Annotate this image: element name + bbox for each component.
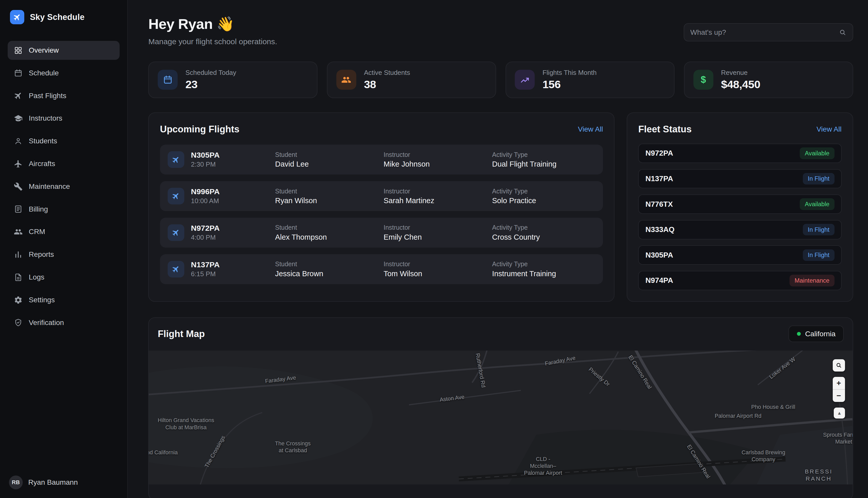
app-logo-plane-icon xyxy=(10,10,24,24)
sidebar-item-label: Overview xyxy=(29,46,59,54)
sidebar-item-label: CRM xyxy=(29,228,45,236)
fleet-view-all-link[interactable]: View All xyxy=(816,125,841,133)
flight-map-title: Flight Map xyxy=(158,329,205,339)
student-name: David Lee xyxy=(275,160,384,168)
fleet-row[interactable]: N305PAIn Flight xyxy=(638,245,841,265)
users-icon xyxy=(336,70,356,90)
zoom-in-button[interactable]: + xyxy=(833,377,845,389)
status-badge: Maintenance xyxy=(790,275,834,286)
sidebar-item-overview[interactable]: Overview xyxy=(8,41,120,60)
sidebar-item-maintenance[interactable]: Maintenance xyxy=(8,177,120,196)
sidebar-item-instructors[interactable]: Instructors xyxy=(8,109,120,128)
activity-label: Activity Type xyxy=(492,187,595,195)
flight-time: 6:15 PM xyxy=(191,270,275,278)
calendar-icon xyxy=(14,69,23,78)
flight-row[interactable]: N137PA6:15 PM StudentJessica Brown Instr… xyxy=(160,254,603,284)
sidebar-item-schedule[interactable]: Schedule xyxy=(8,64,120,82)
gear-icon xyxy=(14,296,23,304)
sidebar-item-logs[interactable]: Logs xyxy=(8,268,120,287)
fleet-row[interactable]: N974PAMaintenance xyxy=(638,271,841,290)
app-root: Sky Schedule Overview Schedule Past Flig… xyxy=(0,0,868,498)
plane-icon xyxy=(168,188,184,205)
search-icon xyxy=(835,362,842,369)
upcoming-flights-title: Upcoming Flights xyxy=(160,124,239,135)
student-label: Student xyxy=(275,260,384,268)
brand: Sky Schedule xyxy=(8,10,120,24)
map-search-button[interactable] xyxy=(833,359,845,371)
activity-type: Instrument Training xyxy=(492,270,595,278)
sidebar-item-aircrafts[interactable]: Aircrafts xyxy=(8,154,120,173)
user-profile[interactable]: RB Ryan Baumann xyxy=(9,475,78,489)
map-label: CLD - Mcclellan– Palomar Airport xyxy=(510,456,576,476)
tail-number: N972PA xyxy=(645,149,673,157)
student-label: Student xyxy=(275,187,384,195)
fleet-row[interactable]: N333AQIn Flight xyxy=(638,220,841,239)
sidebar-item-label: Maintenance xyxy=(29,182,70,191)
search-input[interactable] xyxy=(690,28,839,37)
instructor-name: Sarah Martinez xyxy=(384,196,492,205)
file-icon xyxy=(14,273,23,282)
stat-card-revenue: $ Revenue$48,450 xyxy=(684,62,853,98)
wrench-icon xyxy=(14,182,23,191)
activity-label: Activity Type xyxy=(492,151,595,158)
sidebar-item-past-flights[interactable]: Past Flights xyxy=(8,87,120,105)
page-title: Hey Ryan 👋 xyxy=(148,16,277,32)
status-badge: Available xyxy=(800,198,834,210)
user-name: Ryan Baumann xyxy=(28,478,78,486)
wave-emoji: 👋 xyxy=(217,16,234,32)
sidebar-item-reports[interactable]: Reports xyxy=(8,245,120,264)
tail-number: N305PA xyxy=(191,151,275,159)
fleet-row[interactable]: N137PAIn Flight xyxy=(638,169,841,188)
plane-icon xyxy=(168,224,184,241)
instructor-label: Instructor xyxy=(384,151,492,158)
tail-number: N305PA xyxy=(645,251,673,259)
user-icon xyxy=(14,137,23,146)
stat-label: Scheduled Today xyxy=(185,69,236,77)
sidebar-item-settings[interactable]: Settings xyxy=(8,290,120,310)
map-label: Sprouts Farmers Market xyxy=(821,431,853,445)
sidebar-item-label: Settings xyxy=(29,296,55,304)
sidebar-nav: Overview Schedule Past Flights Instructo… xyxy=(8,41,120,332)
page-subtitle: Manage your flight school operations. xyxy=(148,37,277,46)
status-badge: In Flight xyxy=(803,224,834,235)
upcoming-view-all-link[interactable]: View All xyxy=(578,125,603,133)
zoom-out-button[interactable]: − xyxy=(833,390,845,402)
sidebar-item-verification[interactable]: Verification xyxy=(8,313,120,332)
map-district-label: BRESSI RANCH xyxy=(794,468,844,482)
plane-icon xyxy=(14,159,23,168)
fleet-row[interactable]: N776TXAvailable xyxy=(638,195,841,214)
stat-card-active-students: Active Students38 xyxy=(327,62,496,98)
fleet-status-title: Fleet Status xyxy=(638,124,692,135)
stat-label: Flights This Month xyxy=(542,69,597,77)
flight-map-card: Flight Map California xyxy=(148,317,853,498)
map-label: Hilton Grand Vacations Club at MarBrisa xyxy=(155,417,216,431)
sidebar-item-label: Aircrafts xyxy=(29,160,55,168)
fleet-row[interactable]: N972PAAvailable xyxy=(638,144,841,163)
flight-row[interactable]: N996PA10:00 AM StudentRyan Wilson Instru… xyxy=(160,181,603,211)
plane-icon xyxy=(168,151,184,168)
sidebar-item-students[interactable]: Students xyxy=(8,132,120,150)
map-label: The Crossings at Carlsbad xyxy=(262,440,323,454)
map-controls: + − ▴ xyxy=(833,359,845,419)
flight-time: 4:00 PM xyxy=(191,234,275,241)
activity-label: Activity Type xyxy=(492,224,595,231)
stat-card-scheduled-today: Scheduled Today23 xyxy=(148,62,318,98)
status-badge: In Flight xyxy=(803,249,834,261)
tail-number: N333AQ xyxy=(645,225,674,234)
trending-up-icon xyxy=(515,70,535,90)
flight-row[interactable]: N972PA4:00 PM StudentAlex Thompson Instr… xyxy=(160,218,603,248)
instructor-label: Instructor xyxy=(384,224,492,231)
green-dot-icon xyxy=(797,332,801,336)
locate-button[interactable]: ▴ xyxy=(834,408,845,419)
sidebar-item-crm[interactable]: CRM xyxy=(8,223,120,241)
instructor-name: Mike Johnson xyxy=(384,160,492,168)
map-label: Palomar Airport Rd xyxy=(715,412,761,419)
tail-number: N974PA xyxy=(645,276,673,285)
region-name: California xyxy=(805,330,835,338)
sidebar-item-billing[interactable]: Billing xyxy=(8,200,120,219)
map-canvas[interactable]: Faraday Ave Faraday Ave Rutherford Rd As… xyxy=(149,351,852,484)
sidebar-item-label: Billing xyxy=(29,205,48,213)
flight-row[interactable]: N305PA2:30 PM StudentDavid Lee Instructo… xyxy=(160,145,603,174)
locate-icon: ▴ xyxy=(838,410,841,416)
zoom-controls: + − xyxy=(833,377,845,402)
